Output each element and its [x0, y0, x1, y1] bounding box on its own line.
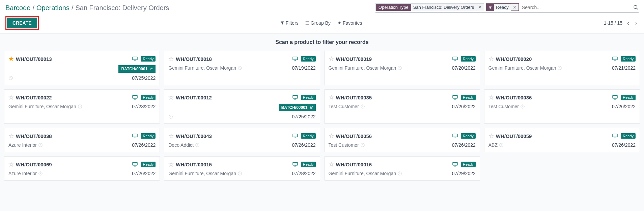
status-badge: Ready — [461, 95, 476, 100]
kanban-card[interactable]: ☆WH/OUT/00022ReadyGemini Furniture, Osca… — [4, 89, 160, 124]
pager-next[interactable]: › — [634, 18, 639, 28]
customer-name: Test Customer — [488, 104, 519, 109]
customer-name: Gemini Furniture, Oscar Morgan — [8, 104, 76, 109]
card-ref: WH/OUT/00019 — [336, 56, 372, 62]
kanban-card[interactable]: ☆WH/OUT/00019ReadyGemini Furniture, Osca… — [324, 51, 480, 85]
breadcrumb-current: San Francisco: Delivery Orders — [75, 4, 169, 12]
kanban-card[interactable]: ★WH/OUT/00013ReadyBATCH/00001 07/25/2022 — [4, 51, 160, 85]
star-icon[interactable]: ☆ — [329, 161, 334, 168]
svg-rect-29 — [453, 95, 457, 98]
search-input[interactable] — [521, 4, 639, 11]
desktop-icon — [292, 162, 298, 167]
kanban-card[interactable]: ☆WH/OUT/00069ReadyAzure Interior07/26/20… — [4, 156, 160, 181]
clock-icon — [8, 76, 13, 80]
search-icon[interactable] — [633, 4, 639, 11]
close-icon[interactable]: ✕ — [476, 4, 484, 10]
close-icon[interactable]: ✕ — [511, 4, 519, 10]
customer-name: Gemini Furniture, Oscar Morgan — [488, 65, 556, 71]
clock-icon — [360, 104, 365, 109]
kanban-card[interactable]: ☆WH/OUT/00016ReadyGemini Furniture, Osca… — [324, 156, 480, 181]
create-button[interactable]: CREATE — [7, 18, 37, 28]
filter-ready[interactable]: Ready ✕ — [486, 3, 519, 11]
pager-prev[interactable]: ‹ — [626, 18, 631, 28]
star-icon[interactable]: ☆ — [8, 132, 14, 140]
filters-label: Filters — [286, 20, 299, 26]
star-icon[interactable]: ☆ — [8, 161, 14, 168]
kanban-card[interactable]: ☆WH/OUT/00036ReadyTest Customer07/26/202… — [484, 89, 640, 124]
clock-icon — [557, 66, 562, 70]
desktop-icon — [132, 95, 138, 100]
card-ref: WH/OUT/00013 — [16, 56, 52, 62]
desktop-icon — [612, 56, 618, 61]
kanban-view: ★WH/OUT/00013ReadyBATCH/00001 07/25/2022… — [0, 51, 644, 186]
kanban-card[interactable]: ☆WH/OUT/00020ReadyGemini Furniture, Osca… — [484, 51, 640, 85]
batch-tag[interactable]: BATCH/00001 — [279, 104, 316, 111]
kanban-card[interactable]: ☆WH/OUT/00018ReadyGemini Furniture, Osca… — [164, 51, 320, 85]
card-date: 07/26/2022 — [132, 171, 156, 176]
star-icon[interactable]: ☆ — [488, 55, 494, 63]
card-ref: WH/OUT/00059 — [496, 133, 532, 139]
star-icon[interactable]: ☆ — [168, 132, 174, 140]
star-icon[interactable]: ☆ — [488, 132, 494, 140]
filter-icon — [486, 4, 494, 11]
clock-icon — [38, 143, 43, 147]
star-icon[interactable]: ☆ — [168, 55, 174, 63]
svg-rect-17 — [613, 57, 617, 60]
tag-value: San Francisco: Delivery Orders — [411, 4, 476, 11]
card-date: 07/20/2022 — [452, 65, 476, 71]
groupby-label: Group By — [311, 20, 331, 26]
breadcrumb-sep: / — [33, 4, 35, 12]
svg-point-0 — [634, 5, 637, 8]
status-badge: Ready — [301, 56, 316, 62]
filters-button[interactable]: Filters — [280, 20, 299, 26]
status-badge: Ready — [301, 95, 316, 100]
card-date: 07/29/2022 — [452, 171, 476, 176]
star-icon[interactable]: ☆ — [329, 55, 334, 63]
kanban-card[interactable]: ☆WH/OUT/00015ReadyGemini Furniture, Osca… — [164, 156, 320, 181]
kanban-card[interactable]: ☆WH/OUT/00012ReadyBATCH/00001 07/25/2022 — [164, 89, 320, 124]
star-icon[interactable]: ☆ — [329, 132, 334, 140]
customer-name: Deco Addict — [168, 142, 194, 148]
star-icon[interactable]: ☆ — [329, 94, 334, 101]
card-date: 07/25/2022 — [292, 114, 315, 119]
card-ref: WH/OUT/00038 — [16, 133, 52, 139]
breadcrumb-barcode[interactable]: Barcode — [5, 4, 31, 12]
kanban-card[interactable]: ☆WH/OUT/00035ReadyTest Customer07/26/202… — [324, 89, 480, 124]
filter-operation-type[interactable]: Operation Type San Francisco: Delivery O… — [375, 3, 484, 11]
desktop-icon — [452, 162, 458, 167]
customer-name: Gemini Furniture, Oscar Morgan — [329, 171, 396, 176]
customer-name: Gemini Furniture, Oscar Morgan — [329, 65, 396, 71]
star-icon[interactable]: ☆ — [168, 161, 174, 168]
kanban-card[interactable]: ☆WH/OUT/00043ReadyDeco Addict07/26/2022 — [164, 128, 320, 152]
card-ref: WH/OUT/00035 — [336, 95, 372, 100]
star-icon[interactable]: ☆ — [168, 94, 174, 101]
desktop-icon — [292, 56, 298, 61]
star-icon[interactable]: ★ — [8, 55, 14, 63]
svg-rect-33 — [613, 95, 617, 98]
pager: 1-15 / 15 ‹ › — [604, 18, 639, 28]
search-area: Operation Type San Francisco: Delivery O… — [375, 3, 639, 13]
status-badge: Ready — [301, 133, 316, 139]
clock-icon — [38, 171, 43, 176]
favorites-button[interactable]: Favorites — [337, 20, 362, 26]
clock-icon — [195, 143, 200, 147]
card-ref: WH/OUT/00016 — [336, 162, 372, 167]
kanban-card[interactable]: ☆WH/OUT/00056ReadyTest Customer07/26/202… — [324, 128, 480, 152]
svg-rect-3 — [306, 23, 309, 23]
card-date: 07/26/2022 — [452, 142, 476, 148]
star-icon[interactable]: ☆ — [8, 94, 14, 101]
breadcrumb-operations[interactable]: Operations — [36, 4, 69, 12]
batch-tag[interactable]: BATCH/00001 — [118, 65, 156, 73]
groupby-button[interactable]: Group By — [305, 20, 331, 26]
kanban-card[interactable]: ☆WH/OUT/00038ReadyAzure Interior07/26/20… — [4, 128, 160, 152]
star-icon[interactable]: ☆ — [488, 94, 494, 101]
desktop-icon — [612, 134, 618, 138]
kanban-card[interactable]: ☆WH/OUT/00059ReadyABZ07/26/2022 — [484, 128, 640, 152]
svg-rect-49 — [613, 134, 617, 137]
tag-label: Operation Type — [376, 4, 411, 11]
clock-icon — [499, 143, 504, 147]
svg-rect-9 — [293, 57, 298, 60]
status-badge: Ready — [621, 56, 636, 62]
clock-icon — [237, 66, 242, 70]
external-icon — [149, 67, 153, 71]
